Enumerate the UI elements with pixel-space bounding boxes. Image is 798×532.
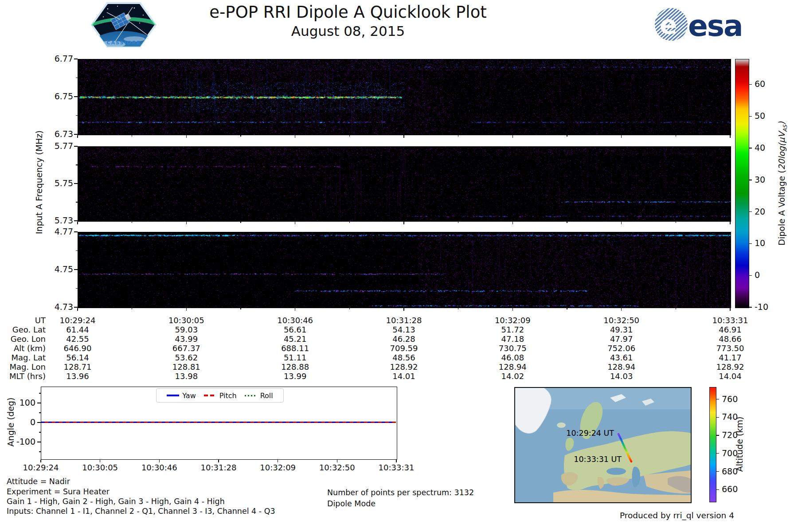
eph-cell: 46.28 <box>373 334 435 344</box>
angle-minor-tick <box>39 432 41 432</box>
voltage-colorbar-tick <box>749 275 752 276</box>
altitude-colorbar <box>709 387 716 502</box>
time-minor-tick <box>567 135 567 137</box>
eph-cell: 48.66 <box>699 334 761 344</box>
time-minor-tick <box>567 222 567 223</box>
time-tick-mark <box>621 135 622 138</box>
time-tick-mark <box>186 222 187 224</box>
angle-time-tick-label: 10:31:28 <box>188 463 250 472</box>
voltage-colorbar-tick-label: 40 <box>755 143 765 153</box>
angle-tick-mark <box>37 422 41 422</box>
time-tick-mark <box>621 222 622 224</box>
angle-minor-tick <box>39 393 41 393</box>
freq-minor-tick <box>76 164 78 165</box>
legend-label: Roll <box>260 391 273 400</box>
angle-time-tick-label: 10:32:09 <box>247 463 309 472</box>
freq-tick-label: 4.73 <box>29 302 73 312</box>
time-minor-tick <box>132 308 132 310</box>
time-tick-mark <box>403 308 404 311</box>
angle-time-tick-label: 10:30:46 <box>128 463 190 472</box>
voltage-colorbar-tick <box>749 243 752 244</box>
angle-time-tick-mark <box>337 460 337 462</box>
eph-cell: 10:32:50 <box>591 316 653 325</box>
altitude-colorbar-tick-label: 760 <box>722 394 738 404</box>
page-title: e-POP RRI Dipole A Quicklook Plot <box>191 3 505 22</box>
eph-cell: 667.37 <box>155 344 217 353</box>
spectrogram-canvas-3 <box>78 232 731 308</box>
gain-note: Gain 1 - High, Gain 2 - High, Gain 3 - H… <box>7 497 225 506</box>
eph-cell: 14.04 <box>699 372 761 381</box>
altitude-colorbar-tick-label: 740 <box>722 412 738 422</box>
eph-cell: 688.11 <box>264 344 326 353</box>
eph-cell: 646.90 <box>47 344 109 353</box>
freq-tick-label: 5.75 <box>29 179 73 188</box>
eph-cell: 10:33:31 <box>699 316 761 325</box>
eph-cell: 61.44 <box>47 325 109 334</box>
angle-time-tick-mark <box>40 460 41 462</box>
freq-minor-tick <box>76 250 78 251</box>
map-black-sea <box>606 468 626 475</box>
voltage-colorbar <box>735 59 749 308</box>
time-minor-tick <box>132 222 132 223</box>
time-minor-tick <box>240 135 241 137</box>
esa-logo-text: esa <box>688 9 743 43</box>
angle-tick-mark <box>37 403 41 403</box>
freq-minor-tick <box>76 288 78 289</box>
voltage-colorbar-tick <box>749 148 752 148</box>
angle-tick-label: -100 <box>0 437 35 446</box>
eph-cell: 43.61 <box>591 353 653 362</box>
eph-cell: 128.92 <box>373 362 435 372</box>
track-start-label: 10:29:24 UT <box>525 429 614 438</box>
time-tick-mark <box>730 222 730 224</box>
freq-tick-label: 4.75 <box>29 265 73 274</box>
voltage-colorbar-tick <box>749 307 752 307</box>
angle-time-tick-mark <box>278 460 278 462</box>
legend-solid-line-icon <box>167 395 179 396</box>
angle-minor-tick <box>39 412 41 413</box>
eph-cell: 773.50 <box>699 344 761 353</box>
cassiope-logo-text: CASSIOPE <box>107 40 141 46</box>
time-minor-tick <box>458 135 458 137</box>
attitude-note: Attitude = Nadir <box>7 477 70 486</box>
angle-time-tick-mark <box>159 460 160 462</box>
voltage-colorbar-tick <box>749 116 752 117</box>
inputs-note: Inputs: Channel 1 - I1, Channel 2 - Q1, … <box>7 507 275 516</box>
voltage-colorbar-label: Dipole A Voltage (20log(μVAS) <box>777 51 788 317</box>
time-tick-mark <box>295 135 295 138</box>
freq-tick-label: 5.73 <box>29 216 73 225</box>
altitude-colorbar-tick <box>716 453 719 454</box>
spectrogram-panel-1 <box>78 59 731 135</box>
time-tick-mark <box>512 135 513 138</box>
eph-cell: 14.03 <box>591 372 653 381</box>
freq-tick-mark <box>74 183 78 184</box>
time-minor-tick <box>349 308 350 310</box>
eph-cell: 53.62 <box>155 353 217 362</box>
eph-cell: 51.11 <box>264 353 326 362</box>
eph-cell: 709.59 <box>373 344 435 353</box>
freq-minor-tick <box>76 115 78 116</box>
eph-cell: 128.71 <box>47 362 109 372</box>
eph-row-label-ut: UT <box>4 316 46 325</box>
time-minor-tick <box>676 222 676 223</box>
eph-cell: 752.06 <box>591 344 653 353</box>
plot-date: August 08, 2015 <box>191 23 505 39</box>
eph-row-label-maglat: Mag. Lat <box>4 353 46 362</box>
time-tick-mark <box>403 135 404 138</box>
eph-cell: 49.31 <box>591 325 653 334</box>
time-minor-tick <box>240 222 241 223</box>
legend-item-roll: Roll <box>245 391 273 400</box>
legend-item-pitch: Pitch <box>204 391 237 400</box>
angle-time-tick-mark <box>218 460 219 462</box>
time-tick-mark <box>77 135 78 138</box>
eph-cell: 128.81 <box>155 362 217 372</box>
time-minor-tick <box>458 222 458 223</box>
eph-cell: 56.14 <box>47 353 109 362</box>
freq-minor-tick <box>76 202 78 202</box>
eph-cell: 10:32:09 <box>481 316 544 325</box>
map-image <box>515 388 691 502</box>
time-tick-mark <box>512 222 513 224</box>
eph-row-label-maglon: Mag. Lon <box>4 362 46 372</box>
angle-time-tick-mark <box>100 460 100 462</box>
angle-time-tick-label: 10:29:24 <box>10 463 72 472</box>
eph-cell: 128.92 <box>699 362 761 372</box>
